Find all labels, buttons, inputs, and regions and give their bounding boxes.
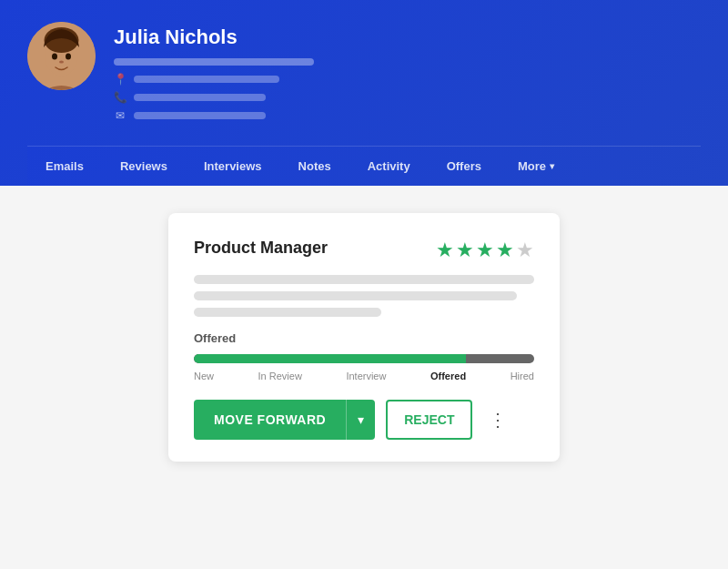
star-3: ★: [476, 239, 494, 262]
phone-icon: 📞: [114, 91, 126, 104]
svg-point-4: [52, 54, 57, 60]
text-line-1: [194, 275, 534, 284]
tab-notes[interactable]: Notes: [280, 147, 349, 186]
location-row: 📍: [114, 73, 701, 86]
star-1: ★: [436, 239, 454, 262]
email-row: ✉: [114, 109, 701, 122]
card-header: Product Manager ★ ★ ★ ★ ★: [194, 239, 534, 262]
stage-label: Offered: [194, 331, 534, 345]
nav-tabs: Emails Reviews Interviews Notes Activity…: [27, 146, 701, 186]
progress-labels: New In Review Interview Offered Hired: [194, 371, 534, 381]
reject-button[interactable]: REJECT: [386, 400, 472, 440]
star-2: ★: [456, 239, 474, 262]
tab-reviews[interactable]: Reviews: [102, 147, 186, 186]
star-4: ★: [496, 239, 514, 262]
phone-row: 📞: [114, 91, 701, 104]
svg-point-1: [38, 86, 86, 90]
candidate-card: Product Manager ★ ★ ★ ★ ★ Offered New In…: [168, 213, 560, 462]
location-icon: 📍: [114, 73, 126, 86]
candidate-info: Julia Nichols 📍 📞 ✉: [114, 22, 701, 127]
action-buttons: MOVE FORWARD ▾ REJECT ⋮: [194, 400, 534, 440]
location-bar: [134, 76, 279, 83]
tab-offers[interactable]: Offers: [429, 147, 500, 186]
candidate-name: Julia Nichols: [114, 25, 701, 49]
move-forward-button[interactable]: MOVE FORWARD: [194, 400, 346, 440]
main-content: Product Manager ★ ★ ★ ★ ★ Offered New In…: [0, 186, 728, 489]
avatar: [27, 22, 96, 90]
stage-new: New: [194, 371, 214, 381]
chevron-down-icon: ▾: [550, 161, 554, 171]
description-lines: [194, 275, 534, 317]
job-title: Product Manager: [194, 239, 328, 258]
tab-emails[interactable]: Emails: [27, 147, 102, 186]
stage-hired: Hired: [511, 371, 534, 381]
tab-more[interactable]: More ▾: [500, 147, 572, 186]
phone-bar: [134, 94, 266, 101]
email-icon: ✉: [114, 109, 126, 122]
email-bar: [134, 112, 266, 119]
stage-interview: Interview: [346, 371, 386, 381]
more-dots-icon: ⋮: [489, 410, 509, 430]
move-forward-dropdown-button[interactable]: ▾: [346, 400, 375, 440]
stage-offered: Offered: [430, 371, 466, 381]
move-forward-group: MOVE FORWARD ▾: [194, 400, 375, 440]
stage-in-review: In Review: [258, 371, 302, 381]
progress-fill: [194, 354, 466, 363]
star-5-empty: ★: [516, 239, 534, 262]
star-rating: ★ ★ ★ ★ ★: [436, 239, 534, 262]
svg-point-5: [66, 54, 71, 60]
text-line-2: [194, 291, 517, 300]
more-options-button[interactable]: ⋮: [480, 400, 518, 440]
svg-point-6: [59, 61, 64, 64]
text-line-3: [194, 308, 381, 317]
progress-bar: [194, 354, 534, 363]
tab-interviews[interactable]: Interviews: [186, 147, 280, 186]
chevron-down-icon: ▾: [358, 412, 364, 427]
candidate-header: Julia Nichols 📍 📞 ✉ Emails Reviews Inter: [0, 0, 728, 186]
tab-activity[interactable]: Activity: [349, 147, 429, 186]
name-bar: [114, 58, 314, 66]
